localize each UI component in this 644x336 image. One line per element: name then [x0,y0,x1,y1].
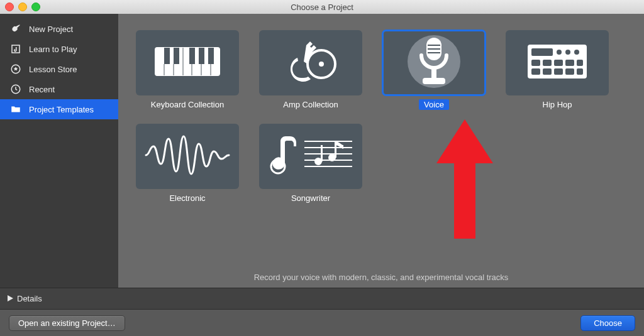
svg-rect-22 [431,67,436,78]
disclosure-triangle-icon [8,294,13,303]
svg-rect-33 [577,60,583,66]
svg-rect-37 [565,68,574,75]
template-label: Hip Hop [538,99,577,110]
sidebar: New Project Learn to Play Lesson Store [0,14,118,288]
template-amp-collection[interactable]: Amp Collection [249,30,372,110]
svg-rect-6 [189,48,195,64]
svg-rect-45 [321,145,323,161]
window-controls [5,3,40,11]
sidebar-item-recent[interactable]: Recent [0,79,118,99]
template-label: Voice [419,99,449,110]
template-voice[interactable]: Voice [372,30,496,110]
bottom-bar: Open an existing Project… Choose [0,309,644,336]
sidebar-item-label: Project Templates [29,105,94,114]
template-electronic[interactable]: Electronic [126,124,249,203]
keyboard-icon [153,43,222,83]
template-label: Electronic [164,193,210,203]
svg-rect-25 [531,48,553,56]
folder-icon [10,104,21,115]
svg-point-27 [565,50,570,55]
details-label: Details [17,294,42,303]
sidebar-item-lesson-store[interactable]: Lesson Store [0,59,118,79]
guitar-amp-icon [276,39,345,87]
clock-icon [10,84,21,95]
guitar-icon [10,23,21,35]
svg-point-28 [574,50,579,55]
svg-rect-29 [531,60,540,66]
sidebar-item-label: Learn to Play [29,45,77,54]
svg-point-26 [557,50,562,55]
template-description: Record your voice with modern, classic, … [118,266,644,288]
sidebar-item-learn-to-play[interactable]: Learn to Play [0,39,118,59]
svg-rect-36 [554,68,563,75]
svg-point-16 [319,62,324,67]
project-chooser-window: Choose a Project New Project Learn to Pl… [0,0,644,336]
svg-rect-31 [554,60,563,66]
titlebar: Choose a Project [0,0,644,14]
template-songwriter[interactable]: Songwriter [249,124,372,203]
drum-machine-icon [523,40,592,86]
template-hip-hop[interactable]: Hip Hop [496,30,619,110]
close-icon[interactable] [5,3,14,11]
svg-rect-7 [199,48,204,64]
waveform-icon [143,133,231,180]
window-title: Choose a Project [0,3,644,12]
songwriter-icon [267,130,355,183]
svg-rect-4 [164,48,170,64]
svg-rect-23 [423,78,445,84]
sidebar-item-new-project[interactable]: New Project [0,19,118,39]
minimize-icon[interactable] [18,3,27,11]
open-existing-button[interactable]: Open an existing Project… [9,315,125,331]
svg-rect-34 [531,68,540,75]
template-keyboard-collection[interactable]: Keyboard Collection [126,30,249,110]
svg-rect-32 [565,60,574,66]
zoom-icon[interactable] [31,3,40,11]
svg-marker-50 [8,295,13,301]
note-icon [10,43,21,55]
svg-rect-35 [543,68,552,75]
sidebar-item-project-templates[interactable]: Project Templates [0,99,118,119]
star-icon [10,63,21,75]
sidebar-item-label: Recent [29,85,55,94]
svg-rect-5 [174,48,179,64]
template-label: Keyboard Collection [146,99,229,110]
templates-pane: Keyboard Collection Amp Collection [118,14,644,288]
template-label: Amp Collection [278,99,343,110]
microphone-icon [384,30,484,95]
svg-rect-8 [208,48,214,64]
details-toggle[interactable]: Details [0,288,644,309]
svg-rect-30 [543,60,552,66]
svg-rect-38 [577,68,583,75]
choose-button[interactable]: Choose [580,315,635,331]
sidebar-item-label: Lesson Store [29,65,77,74]
template-label: Songwriter [286,193,335,203]
sidebar-item-label: New Project [29,24,73,34]
